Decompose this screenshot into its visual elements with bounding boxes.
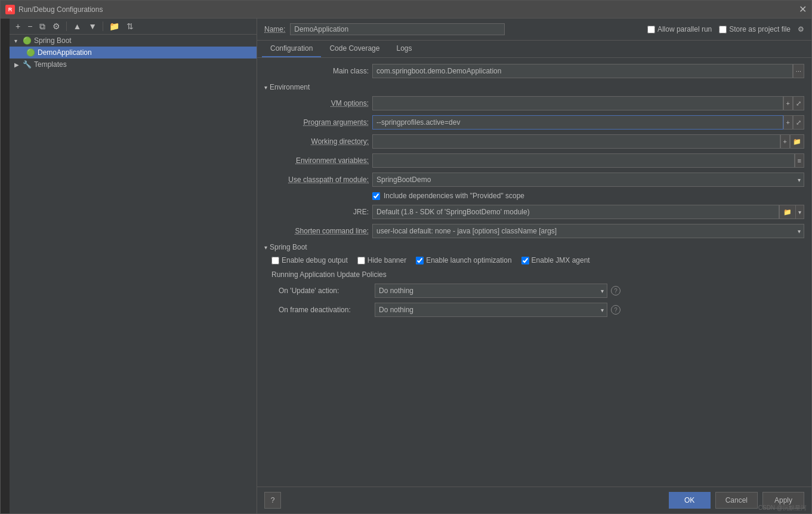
tab-configuration[interactable]: Configuration: [262, 41, 321, 57]
enable-jmx-checkbox[interactable]: [521, 257, 529, 264]
move-up-button[interactable]: ▲: [70, 21, 84, 32]
program-args-fullscreen-button[interactable]: ⤢: [793, 115, 804, 130]
env-variables-input-group: ≡: [372, 153, 804, 168]
working-dir-folder-button[interactable]: 📁: [790, 134, 804, 149]
include-deps-label: Include dependencies with "Provided" sco…: [384, 192, 524, 200]
enable-jmx-label: Enable JMX agent: [532, 256, 590, 264]
on-update-select-wrapper: Do nothing: [375, 284, 607, 298]
main-class-browse-button[interactable]: ···: [793, 64, 804, 78]
close-button[interactable]: ✕: [798, 5, 807, 14]
title-bar-left: R Run/Debug Configurations: [5, 5, 103, 14]
on-update-select[interactable]: Do nothing: [375, 284, 607, 298]
help-button-area: ?: [264, 492, 281, 509]
watermark: CSDN @沉默星河: [758, 504, 807, 512]
settings-gear-icon[interactable]: ⚙: [798, 25, 804, 33]
jre-dropdown-button[interactable]: ▾: [796, 205, 804, 219]
jre-select-wrapper: 📁 ▾: [372, 205, 804, 219]
program-args-expand-button[interactable]: +: [783, 115, 793, 130]
help-button[interactable]: ?: [264, 492, 281, 509]
environment-section-header[interactable]: ▾ Environment: [264, 83, 804, 91]
name-row: Name: Allow parallel run Store as projec…: [257, 19, 811, 41]
on-update-row: On 'Update' action: Do nothing ?: [279, 284, 804, 298]
run-debug-dialog: R Run/Debug Configurations ✕ + − ⧉ ⚙ ▲ ▼…: [0, 0, 812, 514]
move-down-button[interactable]: ▼: [86, 21, 99, 32]
toolbar: + − ⧉ ⚙ ▲ ▼ 📁 ⇅: [10, 19, 257, 35]
spring-boot-section-header[interactable]: ▾ Spring Boot: [264, 243, 804, 251]
program-arguments-input[interactable]: [372, 115, 783, 130]
policies-section: Running Application Update Policies On '…: [271, 270, 804, 317]
name-row-right: Allow parallel run Store as project file…: [647, 25, 804, 33]
main-class-label: Main class:: [264, 67, 369, 75]
jre-input[interactable]: [372, 205, 779, 219]
jre-folder-button[interactable]: 📁: [779, 205, 796, 219]
copy-config-button[interactable]: ⧉: [37, 21, 48, 32]
add-config-button[interactable]: +: [13, 21, 23, 32]
bottom-bar: ? OK Cancel Apply: [257, 487, 811, 513]
enable-launch-opt-checkbox[interactable]: [416, 257, 424, 264]
shorten-cmd-row: Shorten command line: user-local default…: [264, 224, 804, 238]
classpath-select[interactable]: SpringBootDemo: [372, 173, 804, 187]
spring-boot-checkboxes: Enable debug output Hide banner Enable l…: [271, 256, 804, 264]
hide-banner-row: Hide banner: [357, 256, 406, 264]
vm-options-row: VM options: + ⤢: [264, 96, 804, 110]
enable-debug-label: Enable debug output: [282, 256, 348, 264]
ok-button[interactable]: OK: [669, 492, 711, 509]
environment-arrow-icon: ▾: [264, 84, 267, 91]
vm-options-label: VM options:: [264, 99, 369, 107]
form-area: Main class: ··· ▾ Environment VM options…: [257, 58, 811, 487]
jre-label: JRE:: [264, 208, 369, 216]
program-arguments-row: Program arguments: + ⤢: [264, 115, 804, 130]
policies-title: Running Application Update Policies: [271, 270, 804, 279]
title-bar: R Run/Debug Configurations ✕: [1, 1, 811, 19]
folder-button[interactable]: 📁: [107, 21, 122, 32]
tab-logs[interactable]: Logs: [388, 41, 420, 57]
enable-debug-row: Enable debug output: [271, 256, 348, 264]
vm-expand-button[interactable]: +: [783, 96, 793, 110]
cancel-button[interactable]: Cancel: [715, 492, 758, 509]
env-variables-input[interactable]: [372, 153, 795, 168]
name-input[interactable]: [290, 23, 505, 35]
settings-button[interactable]: ⚙: [50, 21, 63, 32]
working-directory-label: Working directory:: [264, 137, 369, 146]
working-directory-row: Working directory: + 📁: [264, 134, 804, 149]
vm-fullscreen-button[interactable]: ⤢: [793, 96, 804, 110]
hide-banner-checkbox[interactable]: [357, 257, 365, 264]
allow-parallel-run-checkbox[interactable]: [647, 26, 655, 33]
enable-jmx-row: Enable JMX agent: [521, 256, 590, 264]
on-update-label: On 'Update' action:: [279, 287, 371, 295]
tree-item-templates[interactable]: ▶ 🔧 Templates: [10, 59, 257, 70]
program-arguments-label: Program arguments:: [264, 118, 369, 127]
vm-options-input-group: + ⤢: [372, 96, 804, 110]
on-frame-deactiv-help-icon[interactable]: ?: [611, 305, 620, 315]
tabs-bar: Configuration Code Coverage Logs: [257, 41, 811, 58]
sort-button[interactable]: ⇅: [124, 21, 136, 32]
tab-code-coverage[interactable]: Code Coverage: [321, 41, 388, 57]
shorten-cmd-select[interactable]: user-local default: none - java [options…: [372, 224, 804, 238]
env-variables-label: Environment variables:: [264, 156, 369, 165]
demo-app-icon: 🟢: [26, 48, 35, 57]
shorten-cmd-select-wrapper: user-local default: none - java [options…: [372, 224, 804, 238]
remove-config-button[interactable]: −: [25, 21, 35, 32]
left-panel: + − ⧉ ⚙ ▲ ▼ 📁 ⇅ ▾ 🟢 Spring Boot 🟢 DemoAp…: [10, 19, 257, 513]
working-directory-input[interactable]: [372, 134, 780, 149]
classpath-select-wrapper: SpringBootDemo: [372, 173, 804, 187]
app-icon: R: [5, 5, 15, 14]
working-dir-expand-button[interactable]: +: [780, 134, 790, 149]
left-sidebar-strip: [1, 19, 10, 513]
store-as-project-file-row: Store as project file: [719, 25, 791, 33]
store-as-project-file-checkbox[interactable]: [719, 26, 727, 33]
on-update-help-icon[interactable]: ?: [611, 286, 620, 296]
include-deps-checkbox[interactable]: [372, 192, 380, 200]
enable-debug-checkbox[interactable]: [271, 257, 279, 264]
on-frame-deactiv-select[interactable]: Do nothing: [375, 303, 607, 317]
store-as-project-file-label: Store as project file: [729, 25, 791, 33]
tree-item-spring-boot[interactable]: ▾ 🟢 Spring Boot: [10, 35, 257, 47]
env-vars-table-button[interactable]: ≡: [795, 153, 804, 168]
allow-parallel-run-row: Allow parallel run: [647, 25, 712, 33]
spring-boot-section-title: Spring Boot: [270, 243, 307, 251]
main-class-input[interactable]: [372, 64, 793, 78]
tree-item-demo-application[interactable]: 🟢 DemoApplication: [10, 47, 257, 59]
spring-boot-icon: 🟢: [23, 36, 32, 45]
vm-options-input[interactable]: [372, 96, 783, 110]
classpath-row: Use classpath of module: SpringBootDemo: [264, 173, 804, 187]
